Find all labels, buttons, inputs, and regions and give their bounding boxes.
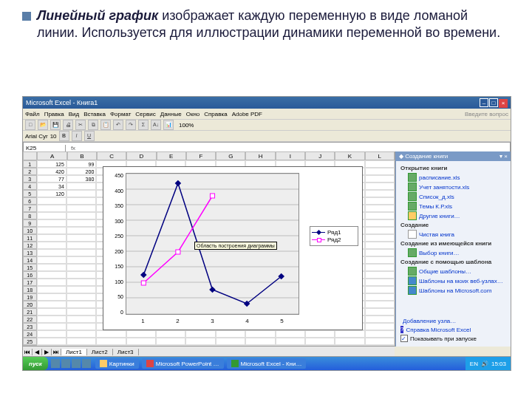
taskpane-close-icon[interactable]: ▾ ×: [499, 153, 508, 160]
redo-icon[interactable]: ↷: [126, 120, 136, 130]
undo-icon[interactable]: ↶: [113, 120, 123, 130]
series-2-points[interactable]: [141, 194, 214, 285]
plot-area[interactable]: Область построения диаграммы: [126, 173, 299, 315]
template-link[interactable]: Шаблоны на моих веб-узлах…: [408, 276, 506, 285]
col-E[interactable]: E: [157, 151, 186, 160]
taskbar-item[interactable]: Microsoft Excel - Кни…: [227, 358, 307, 369]
menu-bar[interactable]: Файл Правка Вид Вставка Формат Сервис Да…: [23, 109, 511, 120]
format-toolbar[interactable]: Arial Cyr 10 B I U: [23, 131, 511, 142]
sheet-tab-2[interactable]: Лист2: [87, 349, 113, 355]
standard-toolbar[interactable]: □ 📂 💾 🖨 ✂ ⧉ 📋 ↶ ↷ Σ A↓ 📊 100%: [23, 120, 511, 131]
taskpane-header[interactable]: ◆ Создание книги ▾ ×: [396, 151, 511, 161]
zoom-level[interactable]: 100%: [179, 122, 194, 129]
col-A[interactable]: A: [37, 151, 66, 160]
menu-adobe[interactable]: Adobe PDF: [232, 111, 262, 117]
print-icon[interactable]: 🖨: [63, 120, 73, 130]
embedded-chart[interactable]: 450400350300250200150100500: [103, 166, 363, 330]
column-headers[interactable]: A B C D E F G H I J K L: [23, 151, 395, 160]
chart-icon[interactable]: 📊: [163, 120, 174, 130]
taskbar-item[interactable]: Картинки: [95, 358, 139, 369]
clock[interactable]: 15:03: [491, 361, 506, 367]
xls-icon: [408, 202, 417, 211]
sheet-tab-1[interactable]: Лист1: [61, 349, 87, 355]
col-C[interactable]: C: [97, 151, 126, 160]
italic-icon[interactable]: I: [72, 131, 82, 141]
choose-workbook[interactable]: Выбор книги…: [408, 248, 506, 257]
menu-file[interactable]: Файл: [25, 111, 40, 117]
system-tray[interactable]: EN 🔊 15:03: [466, 357, 511, 370]
menu-tools[interactable]: Сервис: [135, 111, 155, 117]
new-icon[interactable]: □: [25, 120, 35, 130]
menu-edit[interactable]: Правка: [44, 111, 64, 117]
template-header: Создание с помощью шаблона: [400, 259, 506, 265]
copy-icon[interactable]: ⧉: [88, 120, 98, 130]
maximize-button[interactable]: □: [489, 98, 498, 107]
col-K[interactable]: K: [335, 151, 364, 160]
underline-icon[interactable]: U: [84, 131, 95, 141]
worksheet[interactable]: A B C D E F G H I J K L 1125992420200377…: [23, 151, 395, 347]
chart-legend[interactable]: Ряд1 Ряд2: [310, 226, 358, 246]
blank-workbook[interactable]: Чистая книга: [408, 230, 506, 239]
minimize-button[interactable]: –: [480, 98, 488, 107]
quick-launch[interactable]: [51, 359, 91, 368]
sheet-tab-3[interactable]: Лист3: [113, 349, 139, 355]
tab-nav-prev[interactable]: ◀: [33, 349, 42, 355]
menu-data[interactable]: Данные: [160, 111, 182, 117]
task-pane[interactable]: ◆ Создание книги ▾ × Открытие книги расп…: [395, 151, 511, 347]
recent-file[interactable]: расписание.xls: [408, 173, 506, 182]
col-B[interactable]: B: [67, 151, 97, 160]
lang-indicator[interactable]: EN: [470, 361, 478, 367]
paste-icon[interactable]: 📋: [100, 120, 111, 130]
col-H[interactable]: H: [245, 151, 275, 160]
sum-icon[interactable]: Σ: [138, 120, 149, 130]
menu-window[interactable]: Окно: [186, 111, 200, 117]
font-name[interactable]: Arial Cyr: [25, 133, 48, 140]
menu-insert[interactable]: Вставка: [83, 111, 106, 117]
taskbar-item[interactable]: Microsoft PowerPoint …: [142, 358, 224, 369]
menu-view[interactable]: Вид: [69, 111, 79, 117]
menu-help[interactable]: Справка: [204, 111, 227, 117]
tray-icon[interactable]: 🔊: [481, 361, 488, 367]
close-button[interactable]: ×: [499, 99, 508, 108]
show-at-start[interactable]: ✓Показывать при запуске: [400, 335, 506, 342]
col-L[interactable]: L: [365, 151, 395, 160]
more-files[interactable]: Другие книги…: [408, 211, 506, 220]
col-J[interactable]: J: [305, 151, 335, 160]
ql-icon[interactable]: [51, 359, 60, 368]
save-icon[interactable]: 💾: [50, 120, 61, 130]
fx-icon[interactable]: fx: [66, 145, 81, 151]
col-D[interactable]: D: [126, 151, 156, 160]
series-2-line[interactable]: [143, 196, 212, 283]
bold-icon[interactable]: B: [59, 131, 69, 141]
cut-icon[interactable]: ✂: [75, 120, 86, 130]
name-box[interactable]: K25: [24, 145, 66, 151]
start-button[interactable]: пуск: [23, 357, 48, 370]
template-link[interactable]: Общие шаблоны…: [408, 267, 506, 276]
ql-icon[interactable]: [72, 359, 81, 368]
col-I[interactable]: I: [276, 151, 305, 160]
recent-file[interactable]: Темы К.Р.xls: [408, 202, 506, 211]
recent-file[interactable]: Список_д.xls: [408, 192, 506, 201]
select-all-corner[interactable]: [23, 151, 37, 160]
tab-nav-next[interactable]: ▶: [42, 349, 52, 355]
sort-icon[interactable]: A↓: [151, 120, 161, 130]
col-G[interactable]: G: [216, 151, 245, 160]
tab-nav-last[interactable]: ⏭: [52, 349, 61, 355]
checkbox-icon[interactable]: ✓: [400, 335, 408, 342]
help-search[interactable]: Введите вопрос: [465, 111, 508, 117]
col-F[interactable]: F: [186, 151, 216, 160]
add-node-link[interactable]: Добавление узла…: [400, 318, 506, 324]
ql-icon[interactable]: [61, 359, 70, 368]
open-icon[interactable]: 📂: [38, 120, 48, 130]
window-controls[interactable]: –□×: [479, 98, 508, 108]
windows-taskbar[interactable]: пуск Картинки Microsoft PowerPoint … Mic…: [23, 357, 511, 370]
help-link[interactable]: ?Справка Microsoft Excel: [400, 326, 506, 333]
recent-file[interactable]: Учет занятости.xls: [408, 183, 506, 191]
font-size[interactable]: 10: [50, 133, 57, 140]
template-link[interactable]: Шаблоны на Microsoft.com: [408, 286, 506, 295]
sheet-tabs[interactable]: ⏮ ◀ ▶ ⏭ Лист1 Лист2 Лист3: [23, 346, 395, 357]
ms-icon: [408, 286, 417, 295]
ql-icon[interactable]: [82, 359, 91, 368]
menu-format[interactable]: Формат: [110, 111, 131, 117]
tab-nav-first[interactable]: ⏮: [23, 349, 33, 355]
